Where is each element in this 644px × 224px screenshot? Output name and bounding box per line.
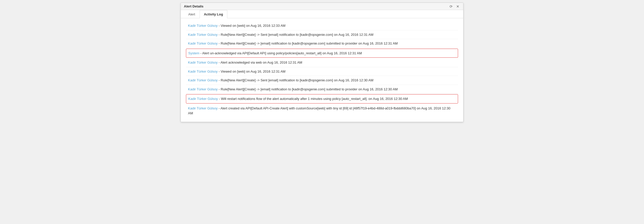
actor-link[interactable]: Kadir Türker Gülsoy: [188, 87, 218, 91]
close-button[interactable]: ✕: [455, 5, 460, 8]
log-message: - Alert un-acknowledged via API[Default …: [199, 51, 362, 55]
log-message: - Rule[New Alert][Create] -> Sent [email…: [218, 78, 373, 82]
actor-link[interactable]: System: [188, 51, 199, 55]
window-controls: ⟳ ✕: [449, 5, 460, 8]
actor-link[interactable]: Kadir Türker Gülsoy: [188, 41, 218, 45]
actor-link[interactable]: Kadir Türker Gülsoy: [188, 24, 218, 28]
actor-link[interactable]: Kadir Türker Gülsoy: [188, 70, 218, 73]
actor-link[interactable]: Kadir Türker Gülsoy: [188, 33, 218, 37]
log-entry: Kadir Türker Gülsoy - Rule[New Alert][Cr…: [186, 30, 458, 39]
log-message: - Alert created via API[Default API-Crea…: [188, 106, 450, 115]
log-message: - Alert acknowledged via web on Aug 16, …: [218, 61, 302, 64]
log-entry: Kadir Türker Gülsoy - Rule[New Alert][Cr…: [186, 76, 458, 85]
log-entry: Kadir Türker Gülsoy - Rule[New Alert][Cr…: [186, 39, 458, 48]
titlebar: Alert Details ⟳ ✕: [181, 3, 463, 10]
window-title: Alert Details: [184, 4, 203, 8]
log-entry: Kadir Türker Gülsoy - Will restart notif…: [186, 94, 458, 104]
log-entry: System - Alert un-acknowledged via API[D…: [186, 49, 458, 58]
log-message: - Rule[New Alert][Create] -> [email] not…: [218, 87, 398, 91]
alert-details-window: Alert Details ⟳ ✕ Alert Activity Log Kad…: [181, 3, 463, 122]
tab-bar: Alert Activity Log: [181, 10, 463, 18]
log-message: - Viewed on [web] on Aug 16, 2016 12:31 …: [218, 70, 285, 73]
refresh-button[interactable]: ⟳: [449, 5, 453, 8]
actor-link[interactable]: Kadir Türker Gülsoy: [188, 106, 218, 110]
actor-link[interactable]: Kadir Türker Gülsoy: [188, 78, 218, 82]
log-entry: Kadir Türker Gülsoy - Rule[New Alert][Cr…: [186, 85, 458, 94]
log-message: - Will restart notifications flow of the…: [218, 97, 408, 101]
log-message: - Rule[New Alert][Create] -> Sent [email…: [218, 33, 373, 37]
log-entry: Kadir Türker Gülsoy - Viewed on [web] on…: [186, 21, 458, 30]
log-message: - Rule[New Alert][Create] -> [email] not…: [218, 41, 398, 45]
log-content: Kadir Türker Gülsoy - Viewed on [web] on…: [181, 18, 463, 122]
tab-activity-log[interactable]: Activity Log: [200, 10, 227, 18]
actor-link[interactable]: Kadir Türker Gülsoy: [188, 97, 218, 101]
log-entry: Kadir Türker Gülsoy - Alert created via …: [186, 104, 458, 118]
log-entry: Kadir Türker Gülsoy - Alert acknowledged…: [186, 58, 458, 67]
log-entry: Kadir Türker Gülsoy - Viewed on [web] on…: [186, 67, 458, 76]
actor-link[interactable]: Kadir Türker Gülsoy: [188, 61, 218, 64]
tab-alert[interactable]: Alert: [184, 10, 200, 18]
log-message: - Viewed on [web] on Aug 16, 2016 12:33 …: [218, 24, 285, 28]
